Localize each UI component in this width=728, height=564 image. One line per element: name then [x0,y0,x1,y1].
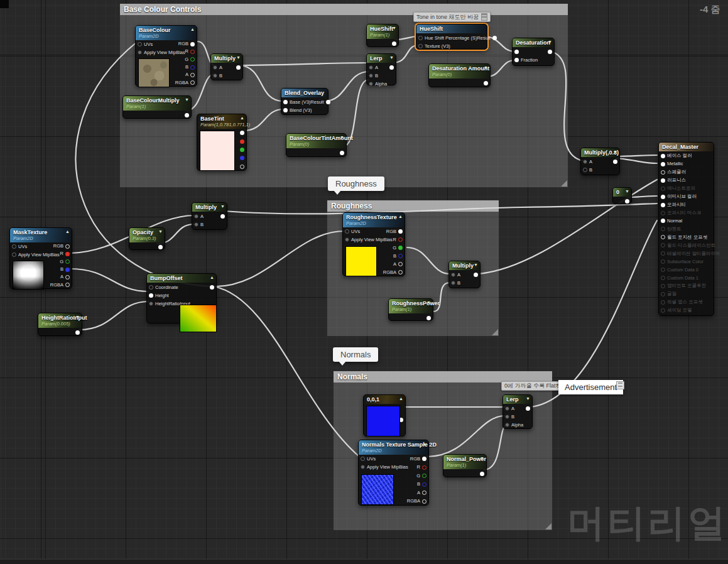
collapse-caret[interactable]: ▲ [398,214,403,219]
pin[interactable] [480,472,484,476]
pin[interactable] [194,222,198,227]
node-basecolourtintamount[interactable]: BaseColourTintAmountParam(0)▼ [286,133,347,157]
node-normal-power[interactable]: Normal_PowerParam(1)▼ [443,454,487,477]
node-lerp-normals[interactable]: Lerp▼ABAlpha [503,394,533,429]
node-header[interactable]: Decal_Master [659,143,714,151]
collapse-caret[interactable]: ▼ [220,204,225,209]
collapse-caret[interactable]: ▼ [484,65,488,70]
pin[interactable] [369,73,373,78]
pin[interactable] [583,160,587,164]
pin[interactable] [661,276,665,280]
pin[interactable] [514,50,519,54]
node-hueshift-param[interactable]: HueShiftParam(1)▼ [366,24,399,47]
pin[interactable] [661,170,665,175]
collapse-caret[interactable]: ▲ [240,116,244,120]
collapse-caret[interactable]: ▲ [210,275,214,279]
pin[interactable] [661,195,665,199]
node-header[interactable]: BaseColourTintAmountParam(0)▼ [286,134,346,148]
pin[interactable] [149,293,153,298]
pin[interactable] [190,50,195,54]
pin[interactable] [526,406,530,411]
collapse-caret[interactable]: ▲ [65,229,70,234]
pin[interactable] [661,154,665,158]
pin[interactable] [369,65,373,70]
normals-bookmark-label[interactable]: Normals [333,347,378,362]
node-multiply-08[interactable]: Multiply(,0.8)▼AB [580,148,620,175]
pin[interactable] [213,65,217,70]
pin[interactable] [398,229,403,234]
node-header[interactable]: HeightRatioInputParam(0.005)▼ [38,313,82,328]
advertisement-close-button[interactable] [616,381,624,389]
pin[interactable] [418,36,423,40]
node-header[interactable]: BumpOffset▲ [147,274,216,283]
node-normalstexture[interactable]: Normals Texture Sample 2DParam2D▲UVsAppl… [358,440,429,506]
flat-comment-bubble[interactable]: 0에 가까울 수록 Flat하고 1 [501,381,565,391]
node-header[interactable]: Desaturation AmountParam(0)▼ [429,64,490,79]
node-header[interactable]: Lerp▼ [503,395,532,404]
pin[interactable] [451,273,455,277]
node-header[interactable]: Normal_PowerParam(1)▼ [443,455,486,469]
pin[interactable] [361,457,365,461]
node-blend-overlay[interactable]: Blend_OverlayBase (V3)ResultBlend (V3) [281,88,329,115]
pin[interactable] [345,229,349,234]
pin[interactable] [220,214,225,219]
pin[interactable] [661,251,665,256]
pin[interactable] [236,65,241,70]
node-header[interactable]: Multiply(,0.8)▼ [581,148,619,157]
node-roughnesstexture[interactable]: RoughnessTextureParam2D▲UVsApply View Mi… [342,212,405,276]
pin[interactable] [398,237,403,242]
collapse-caret[interactable]: ▼ [426,300,431,305]
pin[interactable] [422,499,426,504]
pin[interactable] [185,113,189,117]
pin[interactable] [12,252,16,257]
pin[interactable] [422,474,426,478]
pin[interactable] [369,82,373,86]
horizontal-scrollbar[interactable] [0,559,728,564]
node-roughnesspower[interactable]: RoughnessPowerParam(1)▼ [388,298,433,321]
collapse-caret[interactable]: ▼ [625,189,629,193]
pin[interactable] [190,80,195,85]
roughness-bookmark-label[interactable]: Roughness [328,176,384,191]
pin[interactable] [661,292,665,296]
pin[interactable] [484,81,488,85]
node-header[interactable]: HueShiftParam(1)▼ [367,24,398,39]
pin[interactable] [240,156,244,160]
node-header[interactable]: RoughnessTextureParam2D▲ [343,213,405,227]
pin[interactable] [65,252,70,256]
pin[interactable] [661,162,665,166]
pin[interactable] [451,281,455,285]
node-header[interactable]: 0▼ [613,188,631,197]
node-header[interactable]: HueShift [416,24,487,33]
pin[interactable] [505,415,509,419]
node-header[interactable]: Multiply▼ [449,261,480,270]
node-hueshift-fn[interactable]: HueShiftHue Shift Percentage (S)ResultTe… [416,24,487,50]
node-basetint[interactable]: BaseTintParam(1,0.781,0.771,1)▲ [197,114,247,171]
collapse-caret[interactable]: ▲ [190,27,195,31]
node-header[interactable]: MaskTextureParam2D▲ [10,228,72,242]
comment-resize-grip[interactable] [545,523,551,529]
node-desaturation-amount[interactable]: Desaturation AmountParam(0)▼ [428,63,491,87]
collapse-caret[interactable]: ▼ [236,55,241,60]
pin[interactable] [340,151,344,155]
pin[interactable] [158,245,163,249]
pin[interactable] [149,301,153,306]
pin[interactable] [283,100,288,104]
pin[interactable] [12,244,16,249]
pin[interactable] [149,285,153,290]
pin[interactable] [492,36,497,40]
collapse-caret[interactable]: ▼ [389,55,394,60]
pin[interactable] [190,57,195,62]
pin[interactable] [661,259,665,264]
node-const-001[interactable]: 0,0,1▲ [363,394,406,437]
pin[interactable] [426,316,431,320]
pin[interactable] [392,41,396,46]
node-decal-master[interactable]: Decal_Master베이스 컬러Metallic스페큘러러프니스애니소트로피… [658,142,714,316]
node-desaturation[interactable]: Desaturation▼Fraction [512,38,555,66]
pin[interactable] [65,259,70,264]
collapse-caret[interactable]: ▼ [474,263,478,267]
pin[interactable] [661,187,665,191]
pin[interactable] [190,42,195,46]
pin[interactable] [194,214,198,219]
pin[interactable] [661,178,665,183]
node-header[interactable]: Desaturation▼ [513,38,554,47]
